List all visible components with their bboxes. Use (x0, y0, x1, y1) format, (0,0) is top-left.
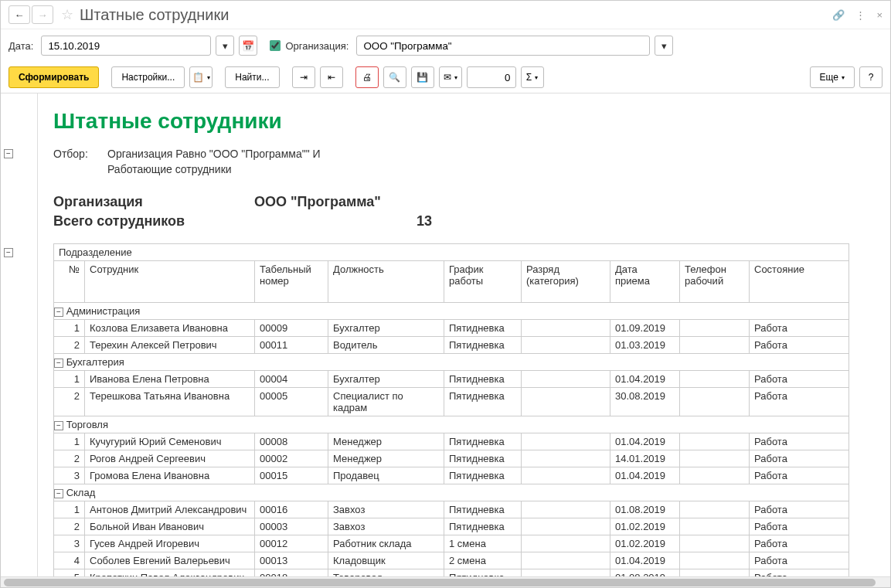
group-collapse-icon[interactable]: − (54, 421, 63, 430)
collapse-button[interactable]: ⇤ (320, 66, 343, 88)
nav-back-button[interactable]: ← (9, 5, 30, 24)
cell-state: Работа (750, 467, 849, 484)
cell-emp: Терехин Алексей Петрович (85, 337, 255, 354)
cell-tab: 00018 (255, 569, 328, 577)
date-dropdown-button[interactable]: ▾ (216, 36, 234, 56)
cell-sched: Пятидневка (444, 450, 522, 467)
report-title: Штатные сотрудники (53, 109, 849, 134)
save-button[interactable]: 💾 (411, 66, 434, 88)
cell-state: Работа (750, 320, 849, 337)
group-collapse-icon[interactable]: − (54, 489, 63, 498)
org-checkbox[interactable] (270, 40, 281, 51)
cell-phone (680, 467, 750, 484)
print-icon: 🖨 (362, 72, 372, 83)
settings-button[interactable]: Настройки... (111, 66, 185, 88)
generate-button[interactable]: Сформировать (9, 66, 99, 88)
col-sched: График работы (444, 261, 522, 303)
col-cat: Разряд (категория) (522, 261, 610, 303)
cell-hired: 01.04.2019 (610, 433, 680, 450)
cell-state: Работа (750, 337, 849, 354)
cell-pos: Менеджер (328, 450, 444, 467)
expand-icon: ⇥ (300, 72, 308, 83)
link-icon[interactable]: 🔗 (832, 9, 845, 21)
cell-num: 5 (54, 569, 85, 577)
org-input[interactable] (356, 36, 650, 56)
cell-cat (522, 501, 610, 518)
table-row[interactable]: 1Козлова Елизавета Ивановна00009Бухгалте… (54, 320, 849, 337)
find-button[interactable]: Найти... (225, 66, 279, 88)
cell-num: 2 (54, 337, 85, 354)
cell-phone (680, 337, 750, 354)
cell-cat (522, 433, 610, 450)
outline-collapse-2[interactable]: − (4, 248, 13, 257)
cell-num: 3 (54, 467, 85, 484)
table-row[interactable]: 4Соболев Евгений Валерьевич00013Кладовщи… (54, 552, 849, 569)
print-button[interactable]: 🖨 (355, 66, 379, 88)
cell-tab: 00005 (255, 388, 328, 416)
cell-state: Работа (750, 371, 849, 388)
cell-phone (680, 518, 750, 535)
group-collapse-icon[interactable]: − (54, 359, 63, 368)
date-input[interactable] (41, 36, 211, 56)
cell-num: 3 (54, 535, 85, 552)
cell-pos: Работник склада (328, 535, 444, 552)
col-phone: Телефон рабочий (680, 261, 750, 303)
cell-hired: 01.08.2019 (610, 569, 680, 577)
cell-num: 1 (54, 371, 85, 388)
cell-tab: 00013 (255, 552, 328, 569)
table-row[interactable]: 1Кучугурий Юрий Семенович00008МенеджерПя… (54, 433, 849, 450)
cell-emp: Соболев Евгений Валерьевич (85, 552, 255, 569)
col-emp: Сотрудник (85, 261, 255, 303)
org-dropdown-button[interactable]: ▾ (655, 36, 673, 56)
cell-cat (522, 467, 610, 484)
table-row[interactable]: 2Рогов Андрей Сергеевич00002МенеджерПяти… (54, 450, 849, 467)
sum-button[interactable]: Σ▾ (521, 66, 544, 88)
favorite-star-icon[interactable]: ☆ (61, 6, 73, 23)
col-pos: Должность (328, 261, 444, 303)
menu-dots-icon[interactable]: ⋮ (855, 9, 865, 21)
close-icon[interactable]: × (876, 9, 882, 21)
group-row: − Администрация (54, 303, 849, 320)
cell-phone (680, 501, 750, 518)
col-state: Состояние (750, 261, 849, 303)
paste-button[interactable]: 📋▾ (189, 66, 213, 88)
outline-gutter: − − (1, 93, 38, 576)
cell-tab: 00002 (255, 450, 328, 467)
cell-pos: Специалист по кадрам (328, 388, 444, 416)
table-row[interactable]: 2Терехин Алексей Петрович00011ВодительПя… (54, 337, 849, 354)
cell-hired: 01.02.2019 (610, 518, 680, 535)
date-calendar-button[interactable]: 📅 (239, 36, 257, 56)
mail-button[interactable]: ✉▾ (439, 66, 462, 88)
filter-label: Отбор: (53, 148, 107, 160)
outline-collapse-1[interactable]: − (4, 149, 13, 158)
collapse-icon: ⇤ (328, 72, 335, 83)
summary-org-value: ООО "Программа" (254, 194, 381, 210)
nav-forward-button[interactable]: → (32, 5, 53, 24)
table-row[interactable]: 2Терешкова Татьяна Ивановна00005Специали… (54, 388, 849, 416)
sigma-icon: Σ (526, 72, 532, 83)
table-row[interactable]: 3Громова Елена Ивановна00015ПродавецПяти… (54, 467, 849, 484)
table-row[interactable]: 1Иванова Елена Петровна00004БухгалтерПят… (54, 371, 849, 388)
cell-sched: 2 смена (444, 552, 522, 569)
horizontal-scrollbar[interactable] (1, 576, 890, 587)
cell-hired: 01.04.2019 (610, 552, 680, 569)
cell-sched: Пятидневка (444, 518, 522, 535)
table-row[interactable]: 2Больной Иван Иванович00003ЗавхозПятидне… (54, 518, 849, 535)
cell-pos: Продавец (328, 467, 444, 484)
help-button[interactable]: ? (859, 66, 882, 88)
cell-cat (522, 552, 610, 569)
col-hired: Дата приема (610, 261, 680, 303)
summary-total-label: Всего сотрудников (53, 213, 254, 229)
save-icon: 💾 (417, 72, 428, 83)
table-row[interactable]: 1Антонов Дмитрий Александрович00016Завхо… (54, 501, 849, 518)
num-input[interactable] (467, 66, 516, 88)
table-row[interactable]: 5Кропоткин Павел Александрович00018Товар… (54, 569, 849, 577)
more-button[interactable]: Еще ▾ (810, 66, 855, 88)
group-collapse-icon[interactable]: − (54, 308, 63, 317)
cell-state: Работа (750, 433, 849, 450)
preview-button[interactable]: 🔍 (383, 66, 406, 88)
cell-pos: Завхоз (328, 518, 444, 535)
table-row[interactable]: 3Гусев Андрей Игоревич00012Работник скла… (54, 535, 849, 552)
cell-pos: Водитель (328, 337, 444, 354)
expand-button[interactable]: ⇥ (292, 66, 315, 88)
